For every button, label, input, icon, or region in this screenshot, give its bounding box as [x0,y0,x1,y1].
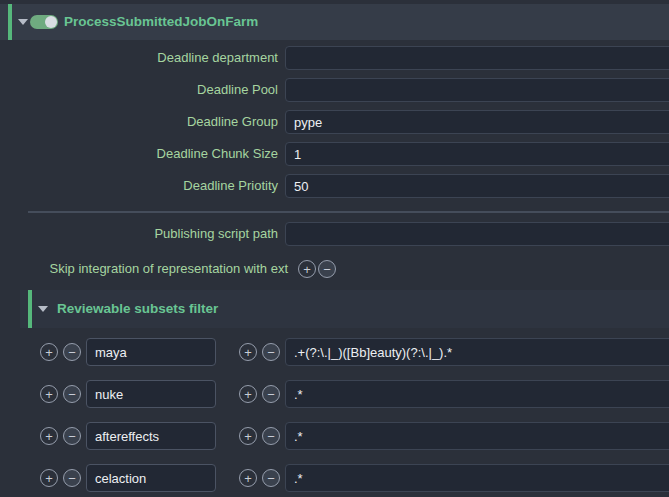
field-label: Deadline Chunk Size [0,142,278,166]
remove-value-button[interactable]: − [262,427,280,445]
filter-section-header: Reviewable subsets filter [20,290,669,328]
remove-value-button[interactable]: − [262,469,280,487]
add-key-button[interactable]: + [40,427,58,445]
settings-panel: ProcessSubmittedJobOnFarm Deadline depar… [0,0,669,497]
remove-item-button[interactable]: − [318,260,336,278]
filter-key-input[interactable] [86,422,216,450]
accent-bar [8,4,12,40]
add-value-button[interactable]: + [239,427,257,445]
field-label: Deadline Pool [0,78,278,102]
deadline-chunk-size-input[interactable] [285,142,669,166]
accent-bar [28,290,32,328]
remove-key-button[interactable]: − [63,469,81,487]
section-title: Reviewable subsets filter [57,290,218,328]
filter-value-input[interactable] [285,380,669,408]
publishing-script-path-input[interactable] [285,222,669,246]
remove-value-button[interactable]: − [262,385,280,403]
remove-value-button[interactable]: − [262,343,280,361]
field-label: Deadline Group [0,110,278,134]
collapse-arrow-icon[interactable] [18,19,28,25]
enabled-toggle[interactable] [30,15,58,29]
deadline-priority-input[interactable] [285,174,669,198]
skip-integration-row: Skip integration of representation with … [0,255,669,283]
filter-key-input[interactable] [86,464,216,492]
field-label: Deadline Priotity [0,174,278,198]
collapse-arrow-icon[interactable] [38,306,48,312]
plugin-header: ProcessSubmittedJobOnFarm [0,4,669,40]
filter-row: + − + − [0,422,669,450]
field-label: Deadline department [0,46,278,70]
filter-row: + − + − [0,338,669,366]
filter-row: + − + − [0,464,669,492]
add-key-button[interactable]: + [40,469,58,487]
add-key-button[interactable]: + [40,385,58,403]
form-row: Deadline Priotity [0,174,669,198]
filter-key-input[interactable] [86,380,216,408]
add-value-button[interactable]: + [239,343,257,361]
form-row: Deadline department [0,46,669,70]
add-key-button[interactable]: + [40,343,58,361]
remove-key-button[interactable]: − [63,385,81,403]
add-value-button[interactable]: + [239,469,257,487]
form-row: Deadline Group [0,110,669,134]
divider [28,211,669,213]
filter-value-input[interactable] [285,422,669,450]
filter-value-input[interactable] [285,464,669,492]
field-label: Skip integration of representation with … [0,255,288,283]
deadline-group-input[interactable] [285,110,669,134]
filter-value-input[interactable] [285,338,669,366]
form-row: Publishing script path [0,222,669,246]
field-label: Publishing script path [0,222,278,246]
filter-row: + − + − [0,380,669,408]
filter-key-input[interactable] [86,338,216,366]
form-row: Deadline Chunk Size [0,142,669,166]
remove-key-button[interactable]: − [63,427,81,445]
form-row: Deadline Pool [0,78,669,102]
add-value-button[interactable]: + [239,385,257,403]
deadline-department-input[interactable] [285,46,669,70]
add-item-button[interactable]: + [298,260,316,278]
plugin-title: ProcessSubmittedJobOnFarm [64,4,258,40]
remove-key-button[interactable]: − [63,343,81,361]
deadline-pool-input[interactable] [285,78,669,102]
toggle-knob-icon [45,16,57,28]
